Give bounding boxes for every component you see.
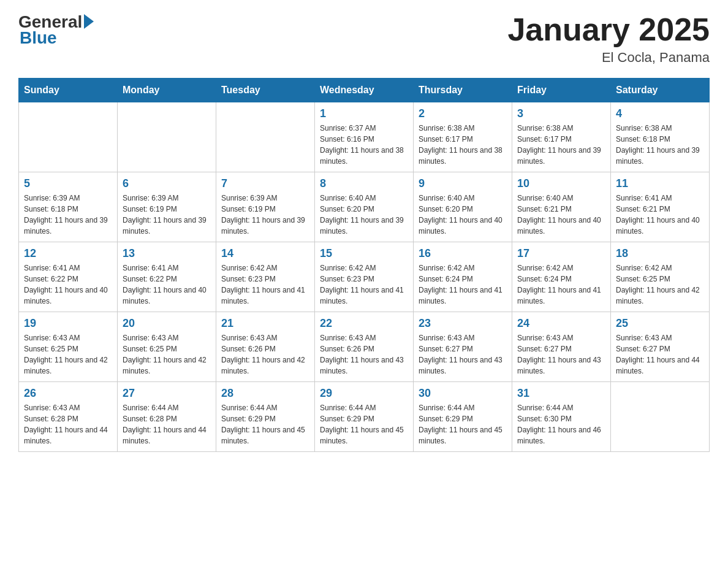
day-number: 25 (616, 317, 704, 330)
calendar-cell (19, 102, 118, 172)
col-tuesday: Tuesday (216, 79, 315, 102)
day-number: 8 (320, 177, 408, 190)
calendar-week-row: 1Sunrise: 6:37 AMSunset: 6:16 PMDaylight… (19, 102, 710, 172)
calendar-cell: 19Sunrise: 6:43 AMSunset: 6:25 PMDayligh… (19, 312, 118, 382)
day-info: Sunrise: 6:43 AMSunset: 6:25 PMDaylight:… (123, 332, 211, 377)
day-number: 15 (320, 247, 408, 260)
day-number: 13 (123, 247, 211, 260)
day-number: 14 (221, 247, 309, 260)
calendar-cell: 21Sunrise: 6:43 AMSunset: 6:26 PMDayligh… (216, 312, 315, 382)
calendar-cell (611, 382, 710, 452)
day-number: 10 (517, 177, 605, 190)
calendar-week-row: 5Sunrise: 6:39 AMSunset: 6:18 PMDaylight… (19, 172, 710, 242)
day-info: Sunrise: 6:44 AMSunset: 6:29 PMDaylight:… (320, 402, 408, 446)
day-info: Sunrise: 6:39 AMSunset: 6:19 PMDaylight:… (221, 193, 309, 237)
day-number: 4 (616, 107, 704, 120)
calendar-week-row: 26Sunrise: 6:43 AMSunset: 6:28 PMDayligh… (19, 382, 710, 452)
day-info: Sunrise: 6:44 AMSunset: 6:29 PMDaylight:… (419, 402, 507, 446)
day-number: 18 (616, 247, 704, 260)
day-number: 29 (320, 387, 408, 400)
calendar-title: January 2025 (507, 12, 710, 47)
calendar-cell: 17Sunrise: 6:42 AMSunset: 6:24 PMDayligh… (512, 242, 611, 312)
day-info: Sunrise: 6:42 AMSunset: 6:23 PMDaylight:… (221, 262, 309, 307)
calendar-cell: 16Sunrise: 6:42 AMSunset: 6:24 PMDayligh… (414, 242, 512, 312)
calendar-cell: 18Sunrise: 6:42 AMSunset: 6:25 PMDayligh… (611, 242, 710, 312)
calendar-cell: 10Sunrise: 6:40 AMSunset: 6:21 PMDayligh… (512, 172, 611, 242)
calendar-cell: 6Sunrise: 6:39 AMSunset: 6:19 PMDaylight… (118, 172, 216, 242)
day-info: Sunrise: 6:44 AMSunset: 6:30 PMDaylight:… (517, 402, 605, 446)
col-thursday: Thursday (414, 79, 512, 102)
day-info: Sunrise: 6:41 AMSunset: 6:22 PMDaylight:… (123, 262, 211, 307)
calendar-cell: 12Sunrise: 6:41 AMSunset: 6:22 PMDayligh… (19, 242, 118, 312)
calendar-cell: 25Sunrise: 6:43 AMSunset: 6:27 PMDayligh… (611, 312, 710, 382)
calendar-cell: 20Sunrise: 6:43 AMSunset: 6:25 PMDayligh… (118, 312, 216, 382)
calendar-cell: 2Sunrise: 6:38 AMSunset: 6:17 PMDaylight… (414, 102, 512, 172)
calendar-cell: 11Sunrise: 6:41 AMSunset: 6:21 PMDayligh… (611, 172, 710, 242)
calendar-cell: 24Sunrise: 6:43 AMSunset: 6:27 PMDayligh… (512, 312, 611, 382)
col-saturday: Saturday (611, 79, 710, 102)
day-number: 22 (320, 317, 408, 330)
page-header: General Blue January 2025 El Cocla, Pana… (18, 12, 710, 66)
day-info: Sunrise: 6:40 AMSunset: 6:20 PMDaylight:… (419, 193, 507, 237)
calendar-body: 1Sunrise: 6:37 AMSunset: 6:16 PMDaylight… (19, 102, 710, 452)
day-number: 21 (221, 317, 309, 330)
calendar-cell: 15Sunrise: 6:42 AMSunset: 6:23 PMDayligh… (315, 242, 414, 312)
day-number: 9 (419, 177, 507, 190)
calendar-cell: 9Sunrise: 6:40 AMSunset: 6:20 PMDaylight… (414, 172, 512, 242)
day-info: Sunrise: 6:43 AMSunset: 6:25 PMDaylight:… (24, 332, 112, 377)
day-info: Sunrise: 6:43 AMSunset: 6:27 PMDaylight:… (419, 332, 507, 377)
day-number: 23 (419, 317, 507, 330)
calendar-cell: 31Sunrise: 6:44 AMSunset: 6:30 PMDayligh… (512, 382, 611, 452)
calendar-cell: 29Sunrise: 6:44 AMSunset: 6:29 PMDayligh… (315, 382, 414, 452)
logo-blue: Blue (20, 28, 57, 48)
col-friday: Friday (512, 79, 611, 102)
logo-triangle-icon (84, 14, 94, 29)
calendar-cell: 4Sunrise: 6:38 AMSunset: 6:18 PMDaylight… (611, 102, 710, 172)
day-info: Sunrise: 6:43 AMSunset: 6:28 PMDaylight:… (24, 402, 112, 446)
header-row: Sunday Monday Tuesday Wednesday Thursday… (19, 79, 710, 102)
calendar-cell: 27Sunrise: 6:44 AMSunset: 6:28 PMDayligh… (118, 382, 216, 452)
calendar-cell: 8Sunrise: 6:40 AMSunset: 6:20 PMDaylight… (315, 172, 414, 242)
col-wednesday: Wednesday (315, 79, 414, 102)
day-number: 6 (123, 177, 211, 190)
day-number: 7 (221, 177, 309, 190)
calendar-header: Sunday Monday Tuesday Wednesday Thursday… (19, 79, 710, 102)
day-info: Sunrise: 6:44 AMSunset: 6:28 PMDaylight:… (123, 402, 211, 446)
day-info: Sunrise: 6:38 AMSunset: 6:18 PMDaylight:… (616, 123, 704, 167)
day-number: 11 (616, 177, 704, 190)
day-info: Sunrise: 6:42 AMSunset: 6:23 PMDaylight:… (320, 262, 408, 307)
day-info: Sunrise: 6:41 AMSunset: 6:22 PMDaylight:… (24, 262, 112, 307)
calendar-cell: 1Sunrise: 6:37 AMSunset: 6:16 PMDaylight… (315, 102, 414, 172)
day-number: 19 (24, 317, 112, 330)
day-number: 3 (517, 107, 605, 120)
day-number: 12 (24, 247, 112, 260)
day-info: Sunrise: 6:43 AMSunset: 6:27 PMDaylight:… (616, 332, 704, 377)
calendar-cell: 5Sunrise: 6:39 AMSunset: 6:18 PMDaylight… (19, 172, 118, 242)
day-number: 20 (123, 317, 211, 330)
calendar-week-row: 12Sunrise: 6:41 AMSunset: 6:22 PMDayligh… (19, 242, 710, 312)
day-info: Sunrise: 6:41 AMSunset: 6:21 PMDaylight:… (616, 193, 704, 237)
day-number: 1 (320, 107, 408, 120)
day-info: Sunrise: 6:43 AMSunset: 6:27 PMDaylight:… (517, 332, 605, 377)
calendar-cell: 22Sunrise: 6:43 AMSunset: 6:26 PMDayligh… (315, 312, 414, 382)
day-info: Sunrise: 6:39 AMSunset: 6:19 PMDaylight:… (123, 193, 211, 237)
calendar-cell: 26Sunrise: 6:43 AMSunset: 6:28 PMDayligh… (19, 382, 118, 452)
day-number: 17 (517, 247, 605, 260)
day-info: Sunrise: 6:42 AMSunset: 6:25 PMDaylight:… (616, 262, 704, 307)
calendar-week-row: 19Sunrise: 6:43 AMSunset: 6:25 PMDayligh… (19, 312, 710, 382)
calendar-cell: 3Sunrise: 6:38 AMSunset: 6:17 PMDaylight… (512, 102, 611, 172)
calendar-cell: 14Sunrise: 6:42 AMSunset: 6:23 PMDayligh… (216, 242, 315, 312)
calendar-cell: 7Sunrise: 6:39 AMSunset: 6:19 PMDaylight… (216, 172, 315, 242)
calendar-table: Sunday Monday Tuesday Wednesday Thursday… (18, 78, 710, 452)
day-info: Sunrise: 6:37 AMSunset: 6:16 PMDaylight:… (320, 123, 408, 167)
day-info: Sunrise: 6:42 AMSunset: 6:24 PMDaylight:… (419, 262, 507, 307)
logo: General Blue (18, 12, 94, 48)
day-info: Sunrise: 6:43 AMSunset: 6:26 PMDaylight:… (320, 332, 408, 377)
calendar-subtitle: El Cocla, Panama (507, 50, 710, 66)
col-sunday: Sunday (19, 79, 118, 102)
day-info: Sunrise: 6:44 AMSunset: 6:29 PMDaylight:… (221, 402, 309, 446)
calendar-cell: 13Sunrise: 6:41 AMSunset: 6:22 PMDayligh… (118, 242, 216, 312)
day-number: 31 (517, 387, 605, 400)
calendar-cell: 30Sunrise: 6:44 AMSunset: 6:29 PMDayligh… (414, 382, 512, 452)
day-info: Sunrise: 6:38 AMSunset: 6:17 PMDaylight:… (419, 123, 507, 167)
